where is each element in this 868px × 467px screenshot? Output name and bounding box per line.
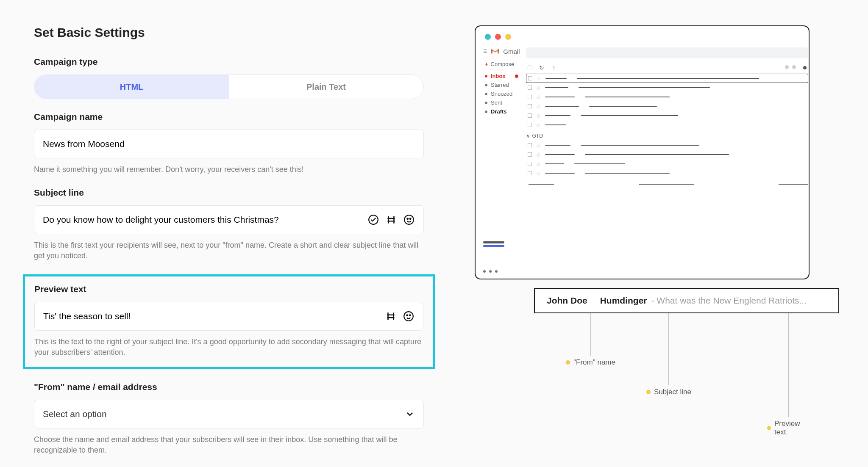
gmail-nav-starred: Starred [483,80,520,89]
traffic-dot-2 [495,34,501,40]
subject-line-input-wrap [34,205,424,234]
callout-from: "From" name [566,313,615,367]
gmail-msg-row [526,111,808,120]
campaign-name-hint: Name it something you will remember. Don… [34,164,424,175]
gmail-msg-row [526,120,808,130]
page-title: Set Basic Settings [34,25,424,40]
gmail-sidebar: ≡ Gmail + Compose Inbox Starred Snoozed … [483,47,520,262]
gmail-brand: ≡ Gmail [483,47,520,55]
gmail-footer-icon [483,241,504,273]
gmail-logo-icon [490,48,500,55]
subject-line-block: Subject line This is the first text your… [34,188,424,261]
campaign-type-html[interactable]: HTML [34,75,229,99]
preview-text-input[interactable] [43,311,380,321]
gmail-msg-row [526,169,808,178]
traffic-dot-3 [505,34,511,40]
emoji-icon[interactable] [403,214,415,226]
campaign-name-input-wrap [34,130,424,158]
campaign-name-label: Campaign name [34,112,424,122]
preview-text-label: Preview text [34,284,423,294]
chevron-down-icon [405,409,415,419]
campaign-type-plain[interactable]: Plain Text [229,75,423,99]
traffic-dot-1 [485,34,491,40]
preview-text-input-wrap [34,302,423,331]
gmail-nav-drafts: Drafts [483,107,520,116]
gmail-search-bar [526,47,808,58]
personalization-icon[interactable] [385,310,397,322]
gmail-compose: + Compose [485,61,520,67]
from-field-select[interactable]: Select an option [34,400,424,428]
gmail-msg-row [526,83,808,92]
compose-label: Compose [491,61,515,67]
gmail-msg-row [526,159,808,169]
window-traffic-lights [476,26,809,44]
preview-text-hint: This is the text to the right of your su… [34,337,423,358]
subject-line-input[interactable] [43,215,362,225]
emoji-icon[interactable] [403,310,415,322]
gmail-section-gtd: ∧GTD [526,133,808,139]
gmail-brand-label: Gmail [503,48,520,55]
popout-subject: Humdinger [600,296,647,306]
gmail-msg-row [526,150,808,159]
from-field-block: "From" name / email address Select an op… [34,382,424,456]
subject-line-hint: This is the first text your recipients w… [34,240,424,261]
gmail-nav-inbox: Inbox [483,72,520,80]
from-field-placeholder: Select an option [43,409,107,419]
gmail-msg-row [526,102,808,111]
email-preview-popout: John Doe Humdinger - What was the New En… [534,288,839,313]
subject-line-label: Subject line [34,188,424,198]
spam-check-icon[interactable] [367,214,379,226]
gmail-msg-row [526,141,808,150]
from-field-label: "From" name / email address [34,382,424,392]
from-field-hint: Choose the name and email address that y… [34,434,424,456]
svg-point-4 [404,312,413,321]
personalization-icon[interactable] [385,214,397,226]
campaign-type-label: Campaign type [34,57,424,67]
gmail-msg-row [526,92,808,102]
campaign-type-toggle: HTML Plain Text [34,75,424,99]
svg-point-6 [409,315,411,316]
gmail-toolbar: ↻⋮ [526,64,808,71]
plus-icon: + [485,61,488,67]
inbox-preview: ≡ Gmail + Compose Inbox Starred Snoozed … [475,25,810,467]
campaign-name-block: Campaign name Name it something you will… [34,112,424,175]
svg-point-5 [406,315,408,316]
campaign-type-block: Campaign type HTML Plain Text [34,57,424,99]
gmail-msg-row [526,74,808,83]
svg-point-1 [404,215,414,224]
popout-from: John Doe [547,296,587,306]
campaign-name-input[interactable] [43,139,415,149]
gmail-nav-sent: Sent [483,98,520,107]
callout-subject: Subject line [646,313,691,396]
browser-window: ≡ Gmail + Compose Inbox Starred Snoozed … [475,25,810,279]
svg-point-3 [410,218,411,220]
callout-preview: Preview text [767,313,810,437]
gmail-nav-snoozed: Snoozed [483,89,520,98]
popout-preview: - What was the New Englend Ratriots... [651,296,807,306]
svg-point-2 [407,218,408,220]
gmail-main: ↻⋮ ∧GTD [526,47,808,262]
preview-text-highlight: Preview text This is the text to the rig… [23,274,435,369]
